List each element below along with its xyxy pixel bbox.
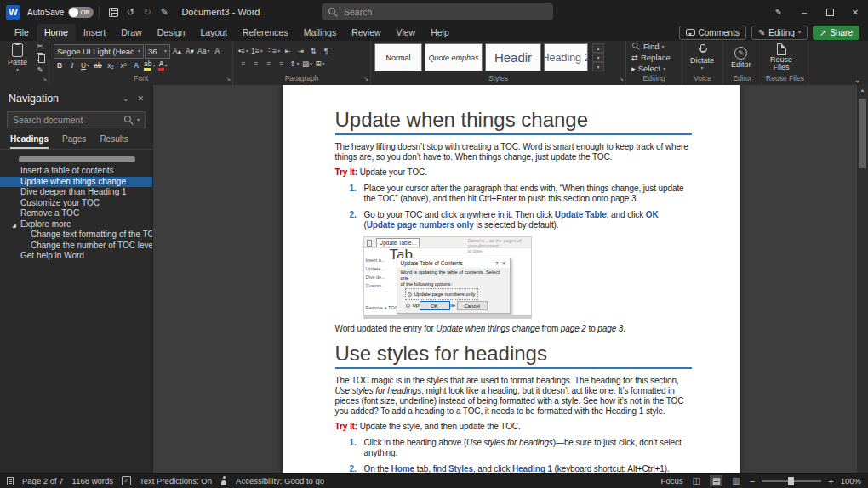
- tab-home[interactable]: Home: [37, 24, 76, 41]
- align-right-button[interactable]: ≡: [263, 59, 275, 70]
- nav-item-remove-toc[interactable]: Remove a TOC: [0, 208, 152, 219]
- collapse-ribbon-icon[interactable]: ⌄: [854, 75, 861, 84]
- navigation-close-icon[interactable]: ✕: [137, 94, 144, 103]
- undo-button[interactable]: ↺: [122, 3, 139, 21]
- save-button[interactable]: [105, 3, 122, 21]
- multilevel-list-button[interactable]: ⋮≡▾: [265, 46, 281, 57]
- styles-scroll-down-button[interactable]: ▾: [592, 53, 604, 62]
- subscript-button[interactable]: x₂: [105, 60, 117, 71]
- styles-scroll-up-button[interactable]: ▴: [592, 43, 604, 53]
- nav-item-get-help[interactable]: Get help in Word: [0, 251, 152, 262]
- search-input[interactable]: [344, 7, 546, 17]
- nav-item-explore-more[interactable]: ◢Explore more: [0, 219, 152, 230]
- align-center-button[interactable]: ≡: [250, 59, 262, 70]
- reuse-files-button[interactable]: ReuseFiles: [766, 41, 797, 74]
- superscript-button[interactable]: x²: [117, 60, 129, 71]
- line-spacing-button[interactable]: ⇕▾: [288, 59, 300, 70]
- close-button[interactable]: ✕: [842, 0, 868, 24]
- navigation-search-input[interactable]: [13, 115, 121, 125]
- proofing-icon[interactable]: ✓: [122, 476, 131, 485]
- nav-item-change-toc-levels[interactable]: Change the number of TOC levels: [0, 241, 152, 252]
- dialog-launcher-icon[interactable]: ↘: [42, 76, 47, 82]
- text-predictions-status[interactable]: Text Predictions: On: [140, 476, 212, 485]
- align-left-button[interactable]: ≡: [237, 59, 249, 70]
- strikethrough-button[interactable]: ab: [92, 60, 104, 71]
- dialog-launcher-icon[interactable]: ↘: [226, 76, 231, 82]
- document-page[interactable]: Update when things change The heavy lift…: [283, 85, 740, 473]
- bold-button[interactable]: B: [54, 60, 66, 71]
- zoom-slider[interactable]: [762, 480, 821, 482]
- tab-draw[interactable]: Draw: [113, 24, 150, 41]
- minimize-button[interactable]: –: [791, 0, 817, 24]
- dialog-launcher-icon[interactable]: ↘: [363, 76, 368, 82]
- nav-tab-headings[interactable]: Headings: [10, 134, 49, 149]
- show-paragraph-marks-button[interactable]: ¶: [320, 46, 332, 57]
- redo-button[interactable]: ↻: [139, 3, 156, 21]
- editor-button[interactable]: ✎ Editor: [727, 41, 756, 74]
- zoom-slider-thumb[interactable]: [788, 477, 794, 485]
- paste-button[interactable]: Paste ▾: [3, 41, 31, 74]
- style-normal[interactable]: Normal: [374, 43, 422, 71]
- zoom-out-button[interactable]: −: [750, 476, 755, 486]
- collapse-triangle-icon[interactable]: ◢: [12, 220, 20, 230]
- pen-quick-icon[interactable]: ✎: [156, 3, 173, 21]
- replace-button[interactable]: ⇄ Replace: [631, 53, 677, 62]
- navigation-search-box[interactable]: ▾: [7, 111, 146, 128]
- font-color-button[interactable]: A▾: [157, 60, 168, 71]
- styles-more-button[interactable]: ▾: [592, 62, 604, 71]
- text-effects-button[interactable]: A: [130, 60, 142, 71]
- word-count[interactable]: 1168 words: [72, 476, 113, 485]
- style-heading-2[interactable]: Heading 2: [544, 43, 588, 71]
- copy-button[interactable]: [34, 52, 46, 63]
- nav-item-customize-toc[interactable]: Customize your TOC: [0, 198, 152, 209]
- change-case-button[interactable]: Aa▾: [197, 46, 210, 57]
- nav-item-dive-deeper[interactable]: Dive deeper than Heading 1: [0, 187, 152, 198]
- decrease-indent-button[interactable]: ⇤: [282, 46, 294, 57]
- sort-button[interactable]: ⇅: [307, 46, 319, 57]
- nav-item-update-when-things-change[interactable]: Update when things change: [0, 177, 152, 188]
- grow-font-button[interactable]: A▴: [171, 46, 183, 57]
- dialog-launcher-icon[interactable]: ↘: [619, 76, 624, 82]
- tab-review[interactable]: Review: [344, 24, 388, 41]
- numbering-button[interactable]: 1≡▾: [250, 46, 264, 57]
- nav-item-blank-heading[interactable]: [19, 156, 135, 162]
- font-size-combo[interactable]: 36 ▾: [145, 44, 170, 59]
- ink-pen-icon[interactable]: ✎: [766, 0, 791, 24]
- tab-design[interactable]: Design: [150, 24, 193, 41]
- underline-button[interactable]: U▾: [79, 60, 91, 71]
- shrink-font-button[interactable]: A▾: [184, 46, 196, 57]
- nav-item-insert-toc[interactable]: Insert a table of contents: [0, 166, 152, 177]
- web-layout-button[interactable]: ▥: [729, 475, 742, 486]
- editing-mode-button[interactable]: ✎ Editing ▾: [751, 26, 808, 40]
- clear-formatting-button[interactable]: A: [211, 46, 223, 57]
- page-indicator[interactable]: Page 2 of 7: [22, 476, 64, 485]
- justify-button[interactable]: ≡: [276, 59, 288, 70]
- word-logo-icon[interactable]: W: [6, 5, 20, 20]
- tab-view[interactable]: View: [389, 24, 424, 41]
- share-button[interactable]: ↗ Share: [813, 26, 859, 40]
- comments-button[interactable]: Comments: [679, 26, 746, 40]
- font-name-combo[interactable]: Segoe UI Light (Heac ▾: [54, 44, 144, 59]
- shading-button[interactable]: ▨▾: [301, 59, 313, 70]
- scroll-up-arrow[interactable]: ▴: [857, 87, 868, 94]
- print-layout-button[interactable]: ▤: [710, 475, 722, 486]
- focus-button[interactable]: Focus: [661, 476, 683, 485]
- bullets-button[interactable]: •≡▾: [237, 46, 249, 57]
- zoom-in-button[interactable]: +: [828, 476, 833, 486]
- embedded-screenshot[interactable]: Update Table... Content... as the pages …: [363, 236, 532, 319]
- dictate-button[interactable]: Dictate ▾: [686, 41, 718, 74]
- tab-file[interactable]: File: [7, 24, 37, 41]
- find-button[interactable]: Find ▾: [631, 42, 677, 51]
- nav-tab-pages[interactable]: Pages: [62, 134, 86, 149]
- highlight-button[interactable]: ab▾: [143, 60, 156, 71]
- nav-tab-results[interactable]: Results: [100, 134, 128, 149]
- read-mode-button[interactable]: ◫: [689, 475, 702, 486]
- tab-help[interactable]: Help: [423, 24, 457, 41]
- scrollbar-thumb[interactable]: [859, 99, 866, 168]
- tab-mailings[interactable]: Mailings: [296, 24, 345, 41]
- search-box[interactable]: [322, 3, 553, 20]
- style-heading-1[interactable]: Headir: [485, 43, 541, 71]
- select-button[interactable]: ▸ Select ▾: [631, 64, 677, 73]
- style-quote-emphasis[interactable]: Quote emphas: [425, 43, 483, 71]
- accessibility-status[interactable]: Accessibility: Good to go: [236, 476, 324, 485]
